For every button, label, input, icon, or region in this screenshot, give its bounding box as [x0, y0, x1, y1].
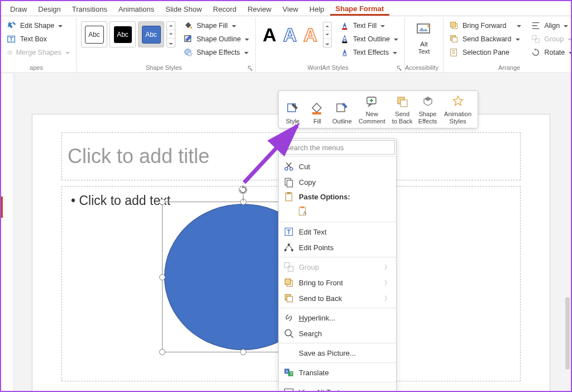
group-wordart-styles: A A A Text Fill	[256, 17, 405, 73]
text-fill-icon	[340, 21, 350, 31]
send-backward-icon	[449, 34, 459, 44]
wordart-scroll-up[interactable]	[323, 22, 331, 31]
wordart-thumb-2[interactable]: A	[280, 24, 301, 46]
ctx-separator	[279, 222, 396, 222]
shape-style-thumb-1[interactable]: Abc	[81, 21, 107, 47]
merge-shapes-button: Merge Shapes	[4, 46, 73, 59]
shape-style-thumb-2[interactable]: Abc	[109, 21, 136, 47]
tab-slide-show[interactable]: Slide Show	[160, 2, 207, 16]
tab-transitions[interactable]: Transitions	[66, 2, 113, 16]
shape-effects-label: Shape Effects	[197, 49, 240, 56]
chevron-down-icon	[567, 36, 572, 42]
svg-text:文: 文	[289, 371, 293, 375]
ctx-cut[interactable]: Cut	[279, 159, 396, 174]
submenu-arrow-icon: 〉	[384, 294, 390, 303]
ctx-search[interactable]: Search	[279, 326, 396, 341]
resize-handle-s[interactable]	[240, 349, 246, 355]
send-backward-button[interactable]: Send Backward	[447, 33, 525, 45]
mini-shape-effects-label: Shape Effects	[418, 111, 437, 125]
dialog-launcher-shape-styles[interactable]	[246, 64, 254, 72]
ctx-save-as-picture[interactable]: Save as Picture...	[279, 345, 396, 361]
bring-forward-label: Bring Forward	[463, 22, 507, 30]
ctx-copy[interactable]: Copy	[279, 174, 396, 190]
title-placeholder-text: Click to add title	[68, 145, 209, 168]
resize-handle-nw[interactable]	[159, 199, 165, 205]
svg-rect-20	[312, 112, 321, 114]
mini-fill-button[interactable]: Fill	[305, 93, 330, 126]
rotate-handle[interactable]	[238, 185, 248, 195]
tab-record[interactable]: Record	[207, 2, 242, 16]
text-box-button[interactable]: Text Box	[4, 33, 73, 45]
paste-option-keep-formatting[interactable]: A	[295, 204, 311, 219]
gallery-scroll-up[interactable]	[167, 22, 175, 30]
svg-point-6	[188, 52, 192, 56]
resize-handle-w[interactable]	[159, 274, 165, 280]
chevron-down-icon	[244, 36, 250, 42]
shape-style-gallery[interactable]: Abc Abc Abc	[80, 20, 175, 49]
ctx-edit-text[interactable]: Edit Text	[279, 224, 396, 240]
ctx-edit-points[interactable]: Edit Points	[279, 240, 396, 255]
comment-icon	[365, 94, 379, 109]
mini-outline-button[interactable]: Outline	[330, 93, 355, 126]
outline-icon	[335, 102, 349, 116]
text-effects-button[interactable]: Text Effects	[337, 46, 401, 59]
wordart-gallery[interactable]: A A A	[259, 22, 332, 47]
context-menu-search[interactable]	[280, 140, 395, 155]
ctx-view-alt-text[interactable]: View Alt Text...	[279, 384, 396, 392]
chevron-down-icon	[244, 50, 249, 55]
hyperlink-icon	[283, 312, 294, 323]
resize-handle-sw[interactable]	[159, 349, 165, 355]
align-button[interactable]: Align	[528, 20, 572, 32]
text-fill-label: Text Fill	[353, 22, 376, 30]
svg-rect-32	[301, 207, 304, 208]
mini-new-comment-button[interactable]: New Comment	[355, 93, 389, 126]
tab-review[interactable]: Review	[242, 2, 277, 16]
thumbnail-panel[interactable]	[1, 74, 14, 391]
svg-rect-14	[452, 37, 457, 42]
ctx-view-alt-text-label: View Alt Text...	[299, 388, 346, 393]
tab-shape-format[interactable]: Shape Format	[330, 2, 390, 16]
wordart-thumb-3[interactable]: A	[300, 24, 321, 46]
text-outline-button[interactable]: Text Outline	[337, 33, 401, 45]
send-back-icon	[395, 94, 409, 109]
gallery-scroll-down[interactable]	[167, 30, 175, 39]
shape-style-thumb-3[interactable]: Abc	[138, 21, 164, 47]
mini-animation-styles-button[interactable]: Animation Styles	[440, 93, 476, 126]
text-effects-icon	[340, 47, 350, 58]
vertical-scrollbar[interactable]	[565, 297, 570, 370]
tab-help[interactable]: Help	[304, 2, 330, 16]
ctx-paste-options-header: Paste Options:	[279, 190, 396, 203]
fill-icon	[310, 102, 325, 116]
ctx-translate[interactable]: a文 Translate	[279, 365, 396, 380]
shape-fill-button[interactable]: Shape Fill	[181, 20, 252, 32]
mini-shape-effects-button[interactable]: Shape Effects	[416, 93, 440, 126]
shape-outline-button[interactable]: Shape Outline	[181, 33, 252, 45]
tab-view[interactable]: View	[277, 2, 304, 16]
ctx-hyperlink[interactable]: Hyperlink...	[279, 310, 396, 326]
wordart-expand[interactable]	[323, 39, 331, 47]
gallery-expand[interactable]	[167, 39, 175, 46]
text-box-icon	[7, 34, 17, 44]
shape-effects-button[interactable]: Shape Effects	[181, 46, 252, 59]
bring-forward-button[interactable]: Bring Forward	[447, 20, 525, 32]
text-fill-button[interactable]: Text Fill	[337, 20, 401, 32]
group-icon	[283, 261, 294, 273]
ctx-edit-text-label: Edit Text	[299, 228, 327, 236]
rotate-button[interactable]: Rotate	[528, 46, 572, 59]
dialog-launcher-wordart[interactable]	[395, 64, 403, 72]
selected-slide-indicator	[1, 197, 3, 218]
context-search-input[interactable]	[284, 143, 391, 152]
wordart-thumb-1[interactable]: A	[259, 24, 280, 46]
alt-text-button[interactable]: Alt Text	[408, 21, 440, 55]
mini-style-button[interactable]: Style	[280, 93, 305, 126]
edit-shape-button[interactable]: Edit Shape	[4, 20, 73, 32]
mini-send-back-button[interactable]: Send to Back	[389, 93, 416, 126]
tab-design[interactable]: Design	[32, 2, 66, 16]
selection-pane-button[interactable]: Selection Pane	[447, 46, 525, 59]
ctx-bring-front[interactable]: Bring to Front 〉	[279, 275, 396, 290]
ctx-send-back[interactable]: Send to Back 〉	[279, 290, 396, 306]
svg-rect-9	[417, 24, 430, 33]
wordart-scroll-down[interactable]	[323, 31, 331, 39]
tab-animations[interactable]: Animations	[113, 2, 160, 16]
tab-draw[interactable]: Draw	[4, 2, 32, 16]
